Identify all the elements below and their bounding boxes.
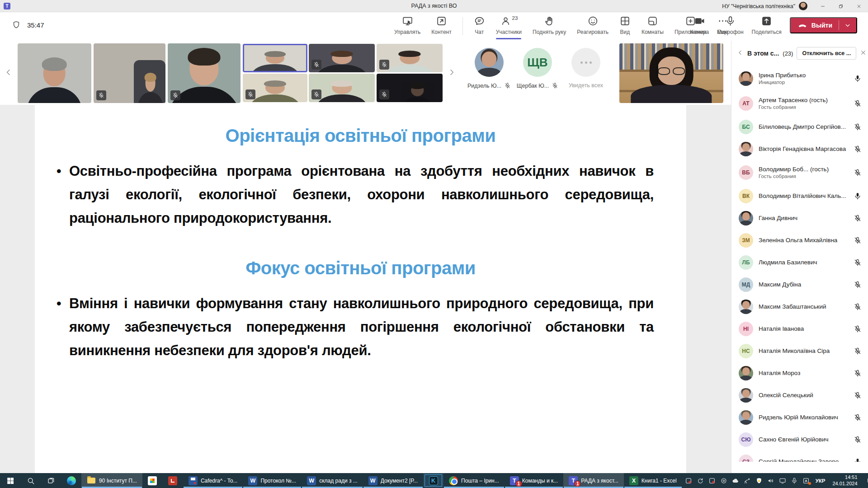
- participant-row[interactable]: СЮСахно Євгеній Юрійович: [731, 428, 868, 450]
- restore-button[interactable]: [832, 0, 850, 12]
- security-warning-icon[interactable]: [755, 477, 763, 484]
- video-tile[interactable]: [377, 44, 443, 72]
- taskbar-chrome-button[interactable]: Пошта – Ірин...: [443, 473, 505, 488]
- person-silhouette: [402, 84, 433, 102]
- taskbar-edge-button[interactable]: [61, 473, 81, 488]
- toolbar-chat-button[interactable]: Чат: [474, 15, 485, 35]
- taskbar-start-button[interactable]: [0, 473, 20, 488]
- toolbar-rooms-button[interactable]: Комнаты: [642, 15, 664, 35]
- panel-back-icon[interactable]: [737, 49, 744, 57]
- video-tile[interactable]: [243, 44, 307, 72]
- taskbar-word-2-button[interactable]: Wсклад ради з ...: [302, 473, 363, 488]
- microphone-icon[interactable]: [791, 477, 798, 484]
- taskbar-word-1-button[interactable]: WПротокол №...: [243, 473, 302, 488]
- onedrive-icon[interactable]: [732, 477, 740, 484]
- close-button[interactable]: [850, 0, 868, 12]
- recorder-icon[interactable]: [708, 477, 716, 484]
- network-display-icon[interactable]: [779, 477, 787, 484]
- participant-count: (23): [783, 50, 793, 57]
- participant-row[interactable]: АТАртем Тарасенко (гость)Гость собрания: [731, 91, 868, 116]
- taskbar-k-app-button[interactable]: K: [423, 473, 443, 488]
- participant-row[interactable]: НІНаталія Іванова: [731, 318, 868, 340]
- participant-row[interactable]: ЛБЛюдмила Базилевич: [731, 251, 868, 273]
- taskbar-teams-2-button[interactable]: T1РАДА з якост...: [563, 473, 624, 488]
- participant-row[interactable]: СЗСергій Миколайович Заворо...: [731, 450, 868, 462]
- participant-row[interactable]: ВКВолодимир Віталійович Каль...: [731, 185, 868, 207]
- taskbar-task-view-button[interactable]: [41, 473, 61, 488]
- notifications-icon[interactable]: 2: [863, 477, 868, 484]
- taskbar-folder-button[interactable]: 90 Інститут П...: [81, 473, 142, 488]
- taskbar-teams-1-button[interactable]: T1Команды и к...: [505, 473, 563, 488]
- mic-on-icon: [854, 458, 862, 462]
- muted-mic-icon: [245, 89, 255, 99]
- participant-name: Сахно Євгеній Юрійович: [759, 436, 848, 443]
- slide-bullet-1: Освітньо-професійна програма орієнтована…: [69, 160, 654, 230]
- input-switch-icon[interactable]: [802, 477, 810, 484]
- participant-row[interactable]: Олексій Селецький: [731, 384, 868, 406]
- video-tile[interactable]: [309, 44, 375, 72]
- taskbar-cafedra-button[interactable]: Cafedra^ - To...: [183, 473, 243, 488]
- participant-name: Наталія Іванова: [759, 325, 848, 332]
- panel-close-icon[interactable]: [860, 49, 867, 57]
- toolbar-view-button[interactable]: Вид: [619, 15, 631, 35]
- participant-info: Олексій Селецький: [759, 392, 848, 399]
- leave-options-chevron-icon[interactable]: [839, 21, 856, 29]
- speaker-video-tile[interactable]: [619, 43, 723, 103]
- video-tile[interactable]: [243, 74, 307, 102]
- floppy-icon: [189, 476, 198, 485]
- app-red-badge-icon[interactable]: [685, 477, 693, 484]
- taskbar-store-button[interactable]: [142, 473, 163, 488]
- participant-row[interactable]: Ірина ПрибитькоИнициатор: [731, 66, 868, 91]
- taskbar-clock[interactable]: 14:51 24.01.2024: [830, 474, 859, 487]
- participant-info: Максим Дубіна: [759, 281, 848, 288]
- toolbar-raise-hand-button[interactable]: Поднять руку: [533, 15, 566, 35]
- participant-name: Володимир Віталійович Каль...: [759, 192, 848, 199]
- mic-muted-icon: [854, 281, 862, 289]
- taskbar-excel-button[interactable]: XКнига1 - Excel: [624, 473, 682, 488]
- video-tile[interactable]: [168, 43, 241, 103]
- participant-row[interactable]: Ганна Дивнич: [731, 207, 868, 229]
- participant-row[interactable]: Наталія Мороз: [731, 362, 868, 384]
- account-avatar[interactable]: [799, 2, 807, 10]
- strip-next-icon[interactable]: [446, 67, 458, 79]
- video-tile[interactable]: [18, 43, 91, 103]
- dish-icon[interactable]: [744, 477, 751, 484]
- toolbar-participants-button[interactable]: 23Участники: [496, 15, 522, 35]
- taskbar-word-3-button[interactable]: WДокумент2 [Р...: [363, 473, 423, 488]
- participant-row[interactable]: Вікторія Генадієвна Маргасова: [731, 138, 868, 160]
- search-icon: [26, 476, 35, 485]
- minimize-button[interactable]: [814, 0, 832, 12]
- participant-row[interactable]: Максим Забаштанський: [731, 296, 868, 318]
- participant-info: Ридзель Юрій Миколайович: [759, 414, 848, 421]
- participant-row[interactable]: НСНаталія Миколаївна Сіра: [731, 340, 868, 362]
- toolbar-microphone-button[interactable]: Микрофон: [717, 15, 743, 35]
- account-name[interactable]: НУ "Чернігівська політехніка": [722, 3, 795, 9]
- avatar-tile[interactable]: Ридзель Ю...: [466, 41, 513, 105]
- video-tile[interactable]: [377, 74, 443, 102]
- toolbar-content-button[interactable]: Контент: [431, 15, 451, 35]
- language-indicator[interactable]: УКР: [814, 478, 827, 483]
- toolbar-camera-button[interactable]: Камера: [690, 15, 709, 35]
- volume-icon[interactable]: [767, 477, 775, 484]
- video-tile[interactable]: [309, 74, 375, 102]
- participant-row[interactable]: ЗМЗеленіна Ольга Михайлівна: [731, 229, 868, 251]
- toolbar-react-button[interactable]: Реагировать: [577, 15, 609, 35]
- taskbar-app-label: Пошта – Ірин...: [461, 478, 499, 484]
- toolbar-share-button[interactable]: Поделиться: [752, 15, 782, 35]
- toolbar-manage-button[interactable]: Управлять: [394, 15, 420, 35]
- snip-icon[interactable]: [720, 477, 728, 484]
- strip-prev-icon[interactable]: [3, 67, 14, 79]
- mute-all-button[interactable]: Отключить все ...: [797, 47, 856, 60]
- participant-info: Людмила Базилевич: [759, 259, 848, 266]
- participant-row[interactable]: ВБВолодимир Боб... (гость)Гость собрания: [731, 160, 868, 185]
- leave-button[interactable]: Выйти: [790, 17, 857, 33]
- video-tile[interactable]: [94, 43, 165, 103]
- taskbar-search-button[interactable]: [20, 473, 41, 488]
- taskbar-red-app-button[interactable]: [163, 473, 183, 488]
- avatar-tile[interactable]: Увидеть всех: [562, 41, 609, 105]
- participant-row[interactable]: МДМаксим Дубіна: [731, 273, 868, 296]
- sync-icon[interactable]: [697, 477, 704, 484]
- avatar-tile[interactable]: ЩВЩербак Ю...: [514, 41, 561, 105]
- participant-row[interactable]: БСБілиловець Дмитро Сергійов...: [731, 116, 868, 138]
- participant-row[interactable]: Ридзель Юрій Миколайович: [731, 406, 868, 428]
